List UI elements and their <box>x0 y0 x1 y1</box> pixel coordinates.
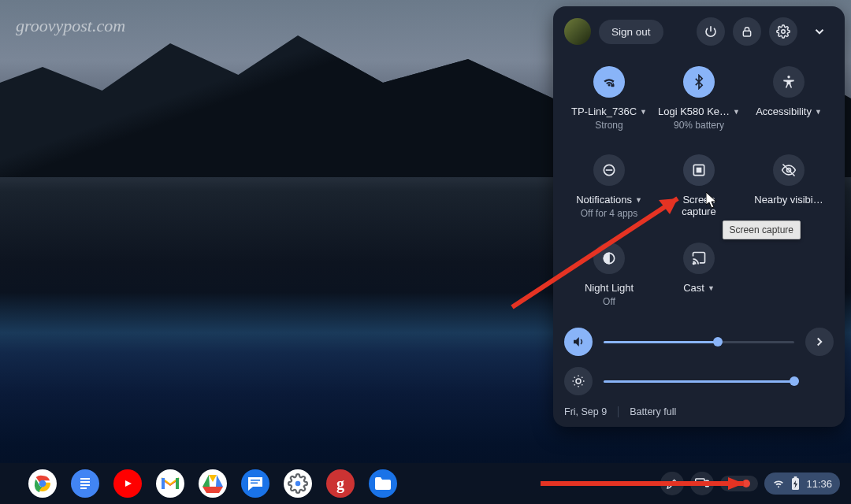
svg-rect-30 <box>80 481 90 483</box>
svg-rect-46 <box>706 480 709 487</box>
footer-date: Fri, Sep 9 <box>564 406 607 417</box>
pen-icon <box>666 477 678 490</box>
tile-cast-label: Cast <box>683 282 704 294</box>
tile-sc-label1: Screen <box>682 194 715 206</box>
app-files[interactable] <box>369 469 397 498</box>
screen-capture-icon <box>683 154 715 186</box>
volume-icon <box>571 335 585 349</box>
app-youtube[interactable] <box>113 469 142 498</box>
bluetooth-icon <box>683 66 715 98</box>
tray-status-area[interactable]: 11:36 <box>764 472 840 495</box>
volume-slider[interactable] <box>604 341 794 343</box>
avatar[interactable] <box>564 18 591 45</box>
svg-rect-45 <box>696 479 704 485</box>
svg-point-12 <box>576 379 581 384</box>
svg-line-17 <box>574 377 575 378</box>
footer-divider <box>618 406 619 417</box>
svg-point-48 <box>742 480 750 487</box>
visibility-off-icon <box>773 154 805 186</box>
svg-rect-50 <box>794 476 797 479</box>
svg-rect-32 <box>80 487 87 489</box>
app-messages[interactable] <box>241 469 269 498</box>
svg-line-18 <box>582 384 582 385</box>
svg-point-11 <box>693 263 695 265</box>
notification-dot-icon <box>728 480 736 487</box>
tile-cast[interactable]: Cast▼ <box>654 243 744 307</box>
svg-line-20 <box>582 377 582 378</box>
tile-wifi[interactable]: TP-Link_736C▼ Strong <box>564 66 654 131</box>
app-docs[interactable] <box>71 469 99 498</box>
tile-notifications[interactable]: Notifications▼ Off for 4 apps <box>564 154 654 219</box>
app-drive[interactable] <box>199 469 227 498</box>
svg-rect-31 <box>80 484 90 486</box>
footer-battery: Battery full <box>630 406 676 417</box>
shelf-apps: g <box>28 469 397 498</box>
gear-icon <box>288 473 308 494</box>
chevron-down-icon <box>812 24 827 39</box>
night-light-icon <box>593 243 625 274</box>
power-icon <box>704 24 718 39</box>
audio-settings-button[interactable] <box>805 328 834 356</box>
signout-button[interactable]: Sign out <box>599 20 663 44</box>
tile-night-light[interactable]: Night Light Off <box>564 243 654 307</box>
lock-button[interactable] <box>733 17 761 46</box>
brightness-slider[interactable] <box>604 380 794 383</box>
app-settings[interactable] <box>284 469 312 498</box>
gear-icon <box>776 24 790 39</box>
tile-screen-capture[interactable]: Screen capture <box>654 154 744 219</box>
tray-notifications[interactable] <box>720 476 758 491</box>
settings-button[interactable] <box>769 17 797 46</box>
sliders <box>564 328 834 395</box>
tray-stylus[interactable] <box>660 472 684 495</box>
tile-wifi-label: TP-Link_736C <box>571 106 637 117</box>
volume-button[interactable] <box>564 328 593 356</box>
svg-rect-43 <box>251 483 258 484</box>
tooltip-screen-capture: Screen capture <box>723 220 801 239</box>
chevron-down-icon: ▼ <box>815 108 822 116</box>
folder-icon <box>374 476 392 491</box>
svg-rect-42 <box>251 480 260 481</box>
tile-accessibility[interactable]: Accessibility▼ <box>744 66 834 131</box>
svg-point-44 <box>295 481 301 487</box>
svg-marker-37 <box>209 475 217 482</box>
accessibility-icon <box>773 66 805 98</box>
svg-point-3 <box>787 76 790 78</box>
tray-phone-hub[interactable] <box>690 472 714 495</box>
wifi-icon <box>593 66 625 98</box>
battery-icon <box>791 476 800 491</box>
svg-marker-39 <box>203 475 210 487</box>
power-button[interactable] <box>697 17 725 46</box>
chevron-down-icon: ▼ <box>708 284 715 292</box>
svg-rect-0 <box>743 31 750 36</box>
tile-notif-sub: Off for 4 apps <box>581 208 638 219</box>
tile-nearby-label: Nearby visibi… <box>754 194 823 206</box>
tiles-grid: TP-Link_736C▼ Strong Logi K580 Ke…▼ 90% … <box>564 66 834 307</box>
panel-footer: Fri, Sep 9 Battery full <box>564 406 834 417</box>
messages-icon <box>247 476 264 491</box>
tile-notif-label: Notifications <box>576 194 632 206</box>
svg-rect-34 <box>162 478 165 489</box>
youtube-icon <box>120 478 136 489</box>
chrome-icon <box>31 472 54 495</box>
chevron-down-icon: ▼ <box>640 108 647 116</box>
cast-icon <box>683 243 715 274</box>
gmail-icon <box>160 476 180 491</box>
tile-acc-label: Accessibility <box>756 106 812 117</box>
app-gmail[interactable] <box>156 469 184 498</box>
tile-nearby[interactable]: Nearby visibi… <box>744 154 834 219</box>
tile-nl-sub: Off <box>603 296 615 307</box>
chevron-down-icon: ▼ <box>733 108 740 116</box>
svg-rect-35 <box>176 478 179 489</box>
lock-icon <box>741 25 753 38</box>
tile-bluetooth[interactable]: Logi K580 Ke…▼ 90% battery <box>654 66 744 131</box>
wifi-icon <box>772 478 785 489</box>
app-groovypost[interactable]: g <box>326 469 355 498</box>
svg-marker-38 <box>216 475 223 487</box>
chevron-right-icon <box>812 335 827 349</box>
app-chrome[interactable] <box>28 469 57 498</box>
dnd-icon <box>593 154 625 186</box>
collapse-button[interactable] <box>805 17 834 46</box>
panel-header: Sign out <box>564 17 834 46</box>
svg-point-1 <box>782 30 786 34</box>
brightness-button[interactable] <box>564 367 593 395</box>
